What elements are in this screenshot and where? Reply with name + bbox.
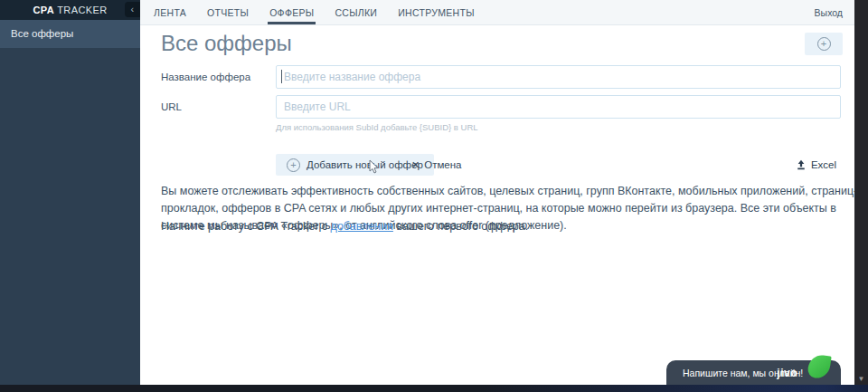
- add-new-offer-button[interactable]: + Добавить новый оффер: [276, 154, 434, 176]
- top-navigation: ЛЕНТА ОТЧЕТЫ ОФФЕРЫ ССЫЛКИ ИНСТРУМЕНТЫ В…: [140, 0, 854, 25]
- logo-rest: TRACKER: [54, 5, 108, 15]
- logo-bold: CPA: [33, 5, 54, 15]
- excel-export-button[interactable]: Excel: [796, 154, 836, 176]
- add-offer-icon-button[interactable]: +: [805, 33, 843, 55]
- getting-started-text: Начните работу с CPA Tracker с добавлени…: [161, 220, 859, 233]
- url-input[interactable]: [276, 95, 841, 119]
- jivo-logo: jivo: [777, 367, 797, 379]
- close-icon: ✕: [411, 159, 420, 171]
- tab-links[interactable]: ССЫЛКИ: [333, 0, 379, 24]
- upload-icon: [796, 159, 807, 170]
- offer-name-label: Название оффера: [161, 72, 250, 82]
- plus-glyph: +: [290, 159, 296, 171]
- tab-lenta[interactable]: ЛЕНТА: [152, 0, 188, 24]
- plus-glyph: +: [821, 38, 826, 50]
- sidebar-item-all-offers[interactable]: Все офферы: [0, 20, 140, 48]
- sidebar: CPA TRACKER ‹ Все офферы: [0, 0, 140, 385]
- window-bottom-edge: [0, 385, 868, 392]
- tab-tools[interactable]: ИНСТРУМЕНТЫ: [396, 0, 476, 24]
- start-before: Начните работу с CPA Tracker с: [161, 220, 331, 233]
- cancel-label: Отмена: [424, 159, 461, 170]
- tab-offers[interactable]: ОФФЕРЫ: [268, 0, 316, 24]
- url-label: URL: [161, 101, 182, 112]
- offer-name-input[interactable]: [276, 65, 841, 89]
- page-title: Все офферы: [161, 31, 292, 56]
- plus-circle-icon: +: [817, 37, 831, 51]
- plus-circle-icon: +: [287, 158, 300, 172]
- scroll-down-arrow-icon[interactable]: ▼: [854, 375, 868, 383]
- add-new-offer-label: Добавить новый оффер: [307, 159, 423, 170]
- start-after: вашего первого оффера.: [393, 220, 528, 233]
- sidebar-header: CPA TRACKER ‹: [0, 0, 140, 20]
- main-content: Все офферы + Название оффера URL Для исп…: [140, 25, 854, 385]
- nav-tabs: ЛЕНТА ОТЧЕТЫ ОФФЕРЫ ССЫЛКИ ИНСТРУМЕНТЫ: [140, 0, 476, 24]
- chat-widget[interactable]: Напишите нам, мы онлайн! jivo: [666, 360, 841, 385]
- scrollbar-track[interactable]: ▼: [854, 0, 868, 392]
- chevron-left-icon: ‹: [130, 4, 134, 14]
- cancel-button[interactable]: ✕ Отмена: [411, 154, 461, 176]
- app-logo[interactable]: CPA TRACKER: [33, 5, 107, 15]
- sidebar-collapse-button[interactable]: ‹: [125, 2, 140, 17]
- text-caret: [281, 70, 282, 83]
- subid-hint: Для использования SubId добавьте {SUBID}…: [276, 122, 478, 132]
- excel-label: Excel: [811, 159, 836, 170]
- logout-button[interactable]: Выход: [815, 7, 843, 18]
- tab-reports[interactable]: ОТЧЕТЫ: [205, 0, 250, 24]
- add-offer-link[interactable]: добавления: [331, 220, 393, 233]
